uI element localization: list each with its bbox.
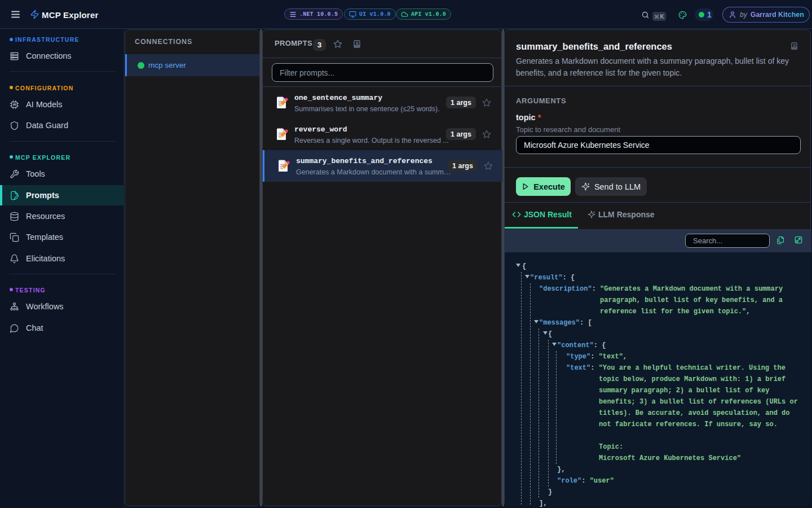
svg-text:AI: AI: [13, 103, 16, 106]
